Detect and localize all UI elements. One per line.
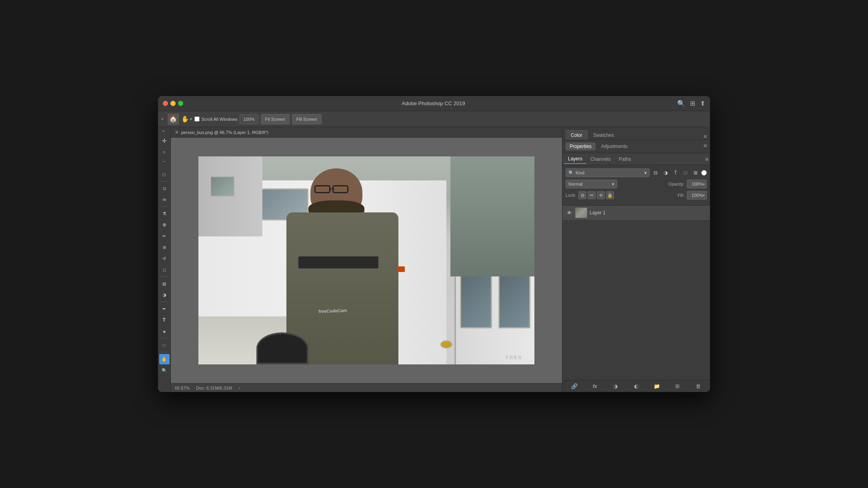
fit-screen-button[interactable]: Fit Screen: [261, 114, 290, 124]
close-button[interactable]: [163, 101, 168, 106]
tab-properties[interactable]: Properties: [566, 142, 596, 150]
maximize-button[interactable]: [178, 101, 183, 106]
hand-dropdown-arrow[interactable]: ▾: [190, 117, 192, 121]
status-arrow[interactable]: ›: [238, 386, 240, 390]
type-filter-icon[interactable]: T: [671, 168, 680, 177]
layer-item[interactable]: 👁 Layer 1: [562, 206, 710, 220]
panel-menu-icon-2[interactable]: ≡: [704, 142, 707, 150]
lock-fill-row: Lock: ⊟ ✏ ✛ 🔒 Fill: 100% ▾: [566, 191, 707, 200]
eraser-tool[interactable]: ◻: [159, 264, 170, 275]
add-mask-button[interactable]: ◑: [611, 382, 620, 391]
dodge-tool[interactable]: ◑: [159, 290, 170, 300]
crop-tool[interactable]: ⊡: [159, 183, 170, 194]
magic-wand-tool[interactable]: ⬡: [159, 169, 170, 180]
fill-screen-button[interactable]: Fill Screen: [292, 114, 322, 124]
search-icon[interactable]: 🔍: [677, 100, 685, 107]
glasses-right: [332, 185, 348, 193]
color-swatches-tabs: Color Swatches ≡: [562, 127, 710, 140]
glasses-bridge: [330, 188, 334, 190]
title-bar: Adobe Photoshop CC 2019 🔍 ⊞ ⬆: [158, 96, 710, 111]
lock-position-btn[interactable]: ✏: [588, 191, 596, 199]
hand-icon[interactable]: ✋: [181, 115, 189, 123]
shape-filter-icon[interactable]: □: [681, 168, 690, 177]
bus-headlight: [440, 340, 452, 348]
share-icon[interactable]: ⬆: [700, 100, 705, 107]
tab-layers[interactable]: Layers: [564, 154, 586, 164]
opacity-dropdown-arrow[interactable]: ▾: [703, 182, 705, 186]
tab-paths[interactable]: Paths: [615, 155, 635, 164]
lock-icons-group: ⊟ ✏ ✛ 🔒: [578, 191, 614, 199]
zoom-tool[interactable]: 🔍: [159, 365, 170, 376]
collapse-arrow[interactable]: »: [161, 117, 164, 121]
tool-separator-4: [160, 302, 168, 302]
new-adjustment-button[interactable]: ◐: [632, 382, 640, 391]
rectangle-tool[interactable]: □: [159, 340, 170, 350]
blend-mode-select[interactable]: Normal ▾: [566, 180, 617, 188]
scroll-all-windows-option[interactable]: Scroll All Windows: [194, 116, 238, 122]
eyedropper-tool[interactable]: ⚗: [159, 208, 170, 219]
left-toolbar-collapse[interactable]: »: [162, 129, 165, 133]
app-title: Adobe Photoshop CC 2019: [190, 100, 677, 106]
lasso-tool[interactable]: ⌒: [159, 158, 170, 168]
doc-size-status: Doc: 6.31M/6.31M: [196, 386, 232, 390]
canvas-wrapper[interactable]: freeCodeCam TRES: [171, 138, 562, 383]
gradient-tool[interactable]: ▨: [159, 278, 170, 289]
close-tab-button[interactable]: ✕: [175, 130, 179, 135]
tab-swatches[interactable]: Swatches: [588, 131, 619, 140]
scroll-all-windows-checkbox[interactable]: [194, 116, 200, 122]
tab-color[interactable]: Color: [566, 130, 588, 140]
move-tool[interactable]: ✛: [159, 136, 170, 146]
opacity-input[interactable]: 100% ▾: [687, 180, 707, 188]
tab-adjustments[interactable]: Adjustments: [597, 142, 632, 150]
fill-input[interactable]: 100% ▾: [687, 191, 707, 200]
search-filter-icon: 🔍: [568, 170, 574, 176]
pen-tool[interactable]: ✒: [159, 304, 170, 314]
adjustment-filter-icon[interactable]: ◑: [661, 168, 670, 177]
history-brush-tool[interactable]: ↺: [159, 253, 170, 264]
right-panel: Color Swatches ≡ Properties Adjustments …: [562, 127, 710, 392]
filter-section: 🔍 Kind ▾ ⊟ ◑ T □ ⊞: [562, 165, 710, 206]
brush-tool[interactable]: ✏: [159, 231, 170, 241]
canvas-tab: ✕ person_bus.png @ 66.7% (Layer 1, RGB/8…: [171, 127, 562, 138]
frame-tool[interactable]: ✉: [159, 194, 170, 205]
properties-adjustments-tabs: Properties Adjustments ≡: [562, 140, 710, 153]
panel-bottom-toolbar: 🔗 fx ◑ ◐ 📁 ⊞ 🗑: [562, 380, 710, 392]
hand-tool-options: ✋ ▾: [181, 115, 192, 123]
tool-separator-1: [160, 181, 168, 182]
arrange-documents-icon[interactable]: ⊞: [690, 100, 695, 107]
blend-opacity-row: Normal ▾ Opacity: 100% ▾: [566, 180, 707, 188]
smartobject-filter-icon[interactable]: ⊞: [691, 168, 700, 177]
home-button[interactable]: 🏠: [168, 114, 179, 125]
bus-signal-light: [398, 266, 405, 272]
filter-kind-select[interactable]: 🔍 Kind ▾: [566, 168, 650, 177]
tool-separator-2: [160, 206, 168, 207]
new-layer-button[interactable]: ⊞: [673, 382, 682, 391]
new-group-button[interactable]: 📁: [652, 382, 661, 391]
minimize-button[interactable]: [170, 101, 176, 106]
lock-artboard-btn[interactable]: ✛: [597, 191, 605, 199]
marquee-tool[interactable]: ○: [159, 147, 170, 157]
delete-layer-button[interactable]: 🗑: [694, 382, 702, 391]
lock-all-btn[interactable]: 🔒: [606, 191, 614, 199]
layer-color-swatch[interactable]: [701, 170, 707, 176]
pixel-filter-icon[interactable]: ⊟: [651, 168, 660, 177]
fx-button[interactable]: fx: [590, 382, 599, 391]
fill-dropdown-arrow[interactable]: ▾: [703, 193, 705, 198]
panel-menu-icon-1[interactable]: ≡: [704, 133, 707, 140]
canvas-image: freeCodeCam TRES: [198, 156, 534, 364]
path-selection-tool[interactable]: ◈: [159, 326, 170, 336]
layer-thumbnail-image: [576, 208, 587, 218]
link-layers-button[interactable]: 🔗: [570, 382, 579, 391]
type-tool[interactable]: T: [159, 315, 170, 325]
panel-menu-icon-3[interactable]: ≡: [705, 156, 708, 162]
stamp-tool[interactable]: ⊞: [159, 242, 170, 252]
hand-tool[interactable]: ✋: [159, 354, 170, 364]
canvas-area: ✕ person_bus.png @ 66.7% (Layer 1, RGB/8…: [171, 127, 562, 392]
healing-tool[interactable]: ⊕: [159, 220, 170, 230]
tab-channels[interactable]: Channels: [586, 155, 615, 164]
tool-separator-3: [160, 276, 168, 277]
filter-row: 🔍 Kind ▾ ⊟ ◑ T □ ⊞: [566, 168, 707, 177]
layer-visibility-toggle[interactable]: 👁: [566, 209, 573, 216]
options-toolbar: » 🏠 ✋ ▾ Scroll All Windows 100% Fit Scre…: [158, 111, 710, 127]
lock-pixels-btn[interactable]: ⊟: [578, 191, 586, 199]
